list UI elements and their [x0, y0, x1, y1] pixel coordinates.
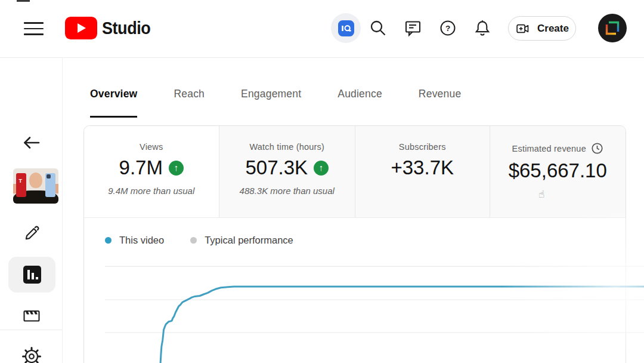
metric-value: 9.7M ↑: [84, 157, 219, 179]
metric-card-estimated-revenue[interactable]: Estimated revenue $65,667.10: [490, 126, 626, 217]
clock-icon: [591, 142, 603, 155]
metric-card-views[interactable]: Views 9.7M ↑ 9.4M more than usual: [84, 126, 219, 217]
metric-strip: Views 9.7M ↑ 9.4M more than usual Watch …: [84, 126, 626, 218]
legend-item-typical-performance: Typical performance: [190, 235, 293, 246]
search-button[interactable]: [364, 14, 392, 42]
help-icon: ?: [438, 19, 457, 38]
metric-value: $65,667.10: [490, 160, 626, 182]
metric-card-watch-time[interactable]: Watch time (hours) 507.3K ↑ 488.3K more …: [219, 126, 355, 217]
thumbnail-red-phone: T: [16, 173, 26, 197]
search-icon: [369, 19, 388, 38]
video-thumbnail[interactable]: T: [13, 168, 58, 204]
metric-subtext: 488.3K more than usual: [219, 186, 355, 196]
sidebar-divider: [0, 330, 62, 330]
vidiq-icon: [338, 20, 354, 36]
analytics-tab-bar: Overview Reach Engagement Audience Reven…: [90, 72, 461, 118]
metric-value: 507.3K ↑: [219, 157, 355, 179]
create-button[interactable]: Create: [508, 16, 576, 41]
studio-wordmark: Studio: [102, 18, 150, 38]
mouse-cursor: ☝: [538, 188, 544, 200]
editor-clapperboard-icon: [22, 306, 41, 325]
metric-label: Subscribers: [355, 142, 490, 152]
pencil-icon: [22, 223, 41, 242]
sidebar-item-editor[interactable]: [21, 306, 42, 326]
legend-dot-blue: [105, 237, 112, 244]
gear-icon: [21, 346, 42, 363]
back-button[interactable]: [20, 132, 42, 153]
metric-subtext: 9.4M more than usual: [84, 186, 219, 196]
comment-icon: [403, 19, 422, 38]
arrow-left-icon: [21, 133, 41, 152]
menu-button[interactable]: [19, 14, 48, 43]
metric-card-subscribers[interactable]: Subscribers +33.7K: [355, 126, 490, 217]
trend-up-icon: ↑: [169, 161, 184, 176]
tab-overview[interactable]: Overview: [90, 72, 137, 118]
thumbnail-face: [29, 173, 42, 188]
sidebar-item-analytics[interactable]: [8, 257, 55, 293]
metric-label: Watch time (hours): [219, 142, 355, 152]
account-avatar[interactable]: [598, 14, 627, 42]
chart-legend: This video Typical performance: [105, 235, 293, 246]
metric-label: Views: [84, 142, 219, 152]
thumbnail-blue-phone: [45, 173, 55, 197]
vidiq-extension-button[interactable]: [331, 13, 361, 43]
svg-text:?: ?: [445, 24, 450, 33]
notifications-button[interactable]: [468, 14, 497, 42]
tab-revenue[interactable]: Revenue: [419, 72, 461, 118]
tab-reach[interactable]: Reach: [174, 72, 205, 118]
youtube-studio-app: Studio: [0, 0, 644, 363]
top-bar: Studio: [0, 0, 644, 58]
tab-audience[interactable]: Audience: [338, 72, 382, 118]
help-button[interactable]: ?: [434, 14, 462, 42]
create-camera-icon: [516, 23, 532, 35]
sidebar-item-settings[interactable]: [21, 346, 42, 363]
youtube-play-icon: [64, 16, 98, 40]
legend-dot-gray: [190, 237, 197, 244]
hamburger-icon: [24, 22, 44, 35]
youtube-studio-logo[interactable]: Studio: [64, 16, 156, 40]
metric-value: +33.7K: [355, 157, 490, 179]
analytics-icon: [23, 266, 41, 284]
sidebar: T: [0, 58, 63, 363]
video-artifact: [17, 0, 30, 2]
sidebar-item-details[interactable]: [21, 223, 42, 243]
legend-item-this-video: This video: [105, 235, 164, 246]
views-line-chart[interactable]: [105, 260, 644, 363]
metric-label: Estimated revenue: [490, 142, 626, 155]
bell-icon: [473, 19, 492, 38]
trend-up-icon: ↑: [314, 161, 329, 176]
feedback-comment-button[interactable]: [398, 14, 427, 42]
create-button-label: Create: [537, 23, 569, 35]
tab-engagement[interactable]: Engagement: [241, 72, 301, 118]
